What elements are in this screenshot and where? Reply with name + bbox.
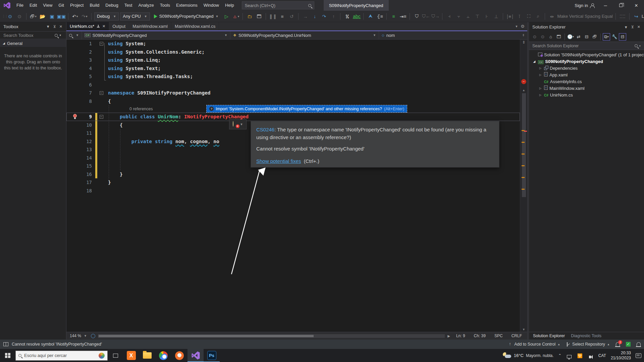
start-button[interactable] (0, 349, 15, 362)
properties-icon[interactable]: 🔧 (611, 33, 618, 41)
next-bookmark-button[interactable]: ⛉→ (431, 12, 439, 20)
code-line[interactable]: 1−using System; (66, 40, 520, 48)
zoom-dropdown[interactable]: 144 %▼ (68, 334, 88, 338)
editor-horizontal-scrollbar[interactable] (98, 334, 445, 338)
expander-closed-icon[interactable]: ▷ (538, 73, 542, 76)
minimize-button[interactable]: ─ (598, 0, 613, 11)
import-suggestion-banner[interactable]: ?Import 'System.ComponentModel.INotifyPr… (207, 105, 407, 112)
select-repository-button[interactable]: Select Repository ▲ (566, 342, 610, 347)
make-horizontal-spacing-equal-icon[interactable]: ⇹ (548, 12, 556, 20)
align-bottoms-button[interactable]: ⊥ (492, 12, 500, 20)
restart-button[interactable]: ↺ (287, 12, 296, 20)
split-window-icon[interactable]: ⇕ (522, 34, 525, 37)
size-to-grid-button[interactable]: |∗| (506, 12, 514, 20)
navigate-back-button[interactable]: ⊙ (6, 12, 14, 20)
code-line[interactable]: 3using System.Linq; (66, 56, 520, 64)
taskbar-app-visual-studio[interactable] (187, 349, 204, 362)
save-all-button[interactable]: ▣▣ (57, 12, 65, 20)
taskbar-search-box[interactable]: Escriu aquí per cercar (15, 351, 108, 361)
document-tab[interactable]: Output (109, 22, 129, 31)
align-centers-button[interactable]: ⫟ (454, 12, 463, 20)
pause-button[interactable]: ❚❚ (269, 12, 277, 20)
menu-test[interactable]: Test (121, 0, 136, 11)
code-line[interactable]: 9− public class UnirNom: INotifyProperty… (66, 113, 520, 121)
step-over-button[interactable]: ↷ (320, 12, 328, 20)
home-icon[interactable]: ⌂ (547, 33, 554, 41)
menu-analyze[interactable]: Analyze (135, 0, 157, 11)
taskbar-app-photoshop[interactable]: Ps (204, 349, 220, 362)
back-icon[interactable]: ⊙ (531, 33, 538, 41)
step-out-button[interactable]: ↑ (329, 12, 337, 20)
tab-pin-icon[interactable] (97, 25, 100, 28)
display-icon[interactable] (566, 353, 572, 358)
task-view-button[interactable] (108, 349, 123, 362)
expander-open-icon[interactable]: ◢ (532, 60, 536, 63)
toolbox-options-chevron-icon[interactable]: ▼ (45, 24, 52, 28)
expander-closed-icon[interactable]: ▷ (538, 67, 542, 70)
align-lefts-button[interactable]: ⫞ (445, 12, 453, 20)
tree-item[interactable]: C#AssemblyInfo.cs (529, 78, 644, 85)
toolbox-group-general[interactable]: ◢ General (0, 40, 66, 47)
toolbox-close-icon[interactable]: ✕ (58, 24, 64, 29)
solution-configuration-dropdown[interactable]: Debug▼ (94, 12, 119, 20)
member-dropdown[interactable]: ⬦ nom ⇕ (379, 31, 527, 39)
live-share-icon[interactable]: ↪ (632, 12, 640, 20)
menu-view[interactable]: View (40, 0, 55, 11)
align-middles-button[interactable]: ⊦ (483, 12, 491, 20)
notifications-button[interactable]: 2 (616, 342, 620, 346)
close-button[interactable]: ✕ (629, 0, 644, 11)
code-line[interactable]: 2using System.Collections.Generic; (66, 48, 520, 56)
tree-item[interactable]: ▷App.xaml (529, 71, 644, 78)
expander-closed-icon[interactable]: ▷ (538, 94, 542, 97)
menu-edit[interactable]: Edit (26, 0, 40, 11)
properties-window-icon[interactable]: ⊟̇ (619, 33, 626, 41)
spacing-buttons-group[interactable]: ⁚⁚⁚⁚ (619, 12, 627, 20)
menu-build[interactable]: Build (87, 0, 102, 11)
find-in-files-button[interactable]: 🗀 (246, 12, 254, 20)
align-rights-button[interactable]: ⫠ (464, 12, 472, 20)
toolbar-grip[interactable]: ⋮⋮ (2, 14, 5, 18)
close-icon[interactable]: ✕ (636, 25, 642, 29)
save-button[interactable]: ▣ (48, 12, 56, 20)
solution-explorer-search-box[interactable]: Search Solution Explorer ▾ (529, 42, 644, 50)
scroll-up-arrow[interactable]: ▲ (520, 88, 527, 92)
quick-actions-button[interactable]: ✕ ▼ (229, 119, 247, 129)
document-tab[interactable]: UnirNom.cs*✕ (66, 22, 109, 31)
scroll-right-arrow[interactable]: ▶ (447, 334, 450, 338)
solution-platform-dropdown[interactable]: Any CPU▼ (120, 12, 150, 20)
taskbar-app-browser[interactable] (171, 349, 187, 362)
hot-reload-button[interactable]: 🜂▾ (232, 12, 240, 20)
split-handle-icon[interactable]: ⇕ (520, 40, 527, 45)
scrollbar-thumb[interactable] (522, 93, 526, 197)
code-line[interactable]: 6 (66, 81, 520, 89)
collapse-all-icon[interactable]: ⊟ (583, 33, 590, 41)
feedback-bell-icon[interactable] (637, 342, 641, 346)
menu-file[interactable]: File (13, 0, 26, 11)
add-to-source-control-button[interactable]: Add to Source Control ▲ (509, 342, 560, 347)
navigate-forward-button[interactable]: ⊙ (15, 12, 23, 20)
fold-collapse-icon[interactable]: − (100, 115, 103, 119)
code-line[interactable]: 17} (66, 178, 520, 187)
align-tops-button[interactable]: ⊤ (473, 12, 481, 20)
show-next-statement-button[interactable]: → (301, 12, 309, 20)
tree-item[interactable]: ▷MainWindow.xaml (529, 85, 644, 92)
toolbox-pin-icon[interactable]: ⊻ (52, 24, 58, 29)
menu-debug[interactable]: Debug (102, 0, 121, 11)
editor-options-gear-icon[interactable]: ⚙ (521, 24, 525, 29)
toolbox-search-box[interactable]: Search Toolbox ▾ (0, 31, 66, 39)
codelens-references-link[interactable]: 0 references (129, 107, 153, 111)
background-tasks-ready-icon[interactable]: ✓ (626, 342, 631, 347)
show-potential-fixes-link[interactable]: Show potential fixes (256, 158, 301, 164)
line-ending-indicator[interactable]: CRLF (512, 334, 522, 338)
code-line[interactable]: 18 (66, 187, 520, 195)
code-line[interactable]: 5using System.Threading.Tasks; (66, 72, 520, 81)
code-line[interactable]: 4using System.Text; (66, 64, 520, 73)
undo-button[interactable]: ↶▾ (71, 12, 79, 20)
fit-to-size-button[interactable]: ⛶ (525, 12, 533, 20)
spell-check-button[interactable]: a̲b̲c̲ (353, 12, 361, 20)
column-indicator[interactable]: Ch: 39 (474, 334, 486, 338)
tree-item[interactable]: ▷Dependencies (529, 65, 644, 71)
code-line[interactable]: 8{ (66, 97, 520, 106)
action-center-icon[interactable] (636, 353, 641, 358)
pin-icon[interactable]: ⊻ (630, 25, 636, 29)
